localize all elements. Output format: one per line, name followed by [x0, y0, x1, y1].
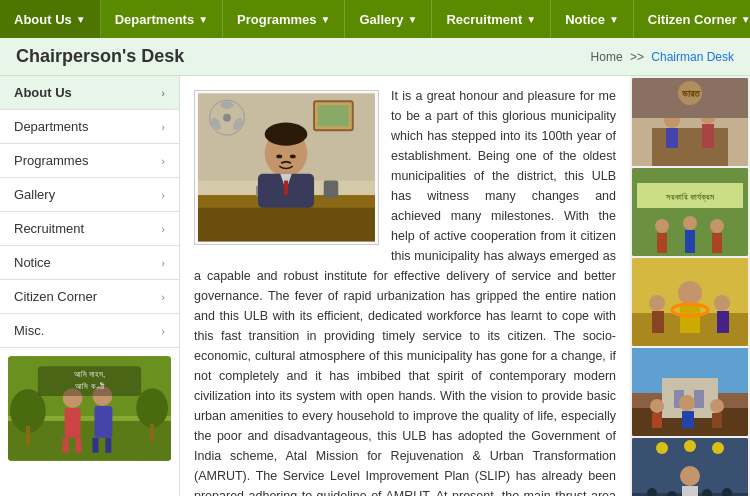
svg-point-63: [714, 295, 730, 311]
chevron-down-icon: ▼: [321, 14, 331, 25]
svg-point-26: [223, 114, 231, 122]
svg-point-23: [220, 101, 234, 109]
svg-rect-28: [198, 208, 375, 242]
svg-point-80: [656, 442, 668, 454]
sidebar: About Us › Departments › Programmes › Ga…: [0, 76, 180, 496]
page-title-bar: Chairperson's Desk Home >> Chairman Desk: [0, 38, 750, 76]
svg-rect-30: [324, 181, 339, 198]
sidebar-item-label: Misc.: [14, 323, 44, 338]
sidebar-item-citizen-corner[interactable]: Citizen Corner ›: [0, 280, 179, 314]
svg-rect-35: [284, 181, 288, 196]
svg-rect-6: [150, 424, 154, 442]
svg-rect-72: [652, 413, 662, 428]
svg-rect-64: [717, 311, 729, 333]
banner-illustration: আমি সাহস, আমি কণ্ঠী: [8, 356, 171, 461]
svg-rect-59: [680, 305, 700, 333]
svg-rect-70: [694, 390, 704, 408]
nav-label: Citizen Corner: [648, 12, 737, 27]
nav-item-recruitment[interactable]: Recruitment ▼: [432, 0, 551, 38]
sidebar-item-label: About Us: [14, 85, 72, 100]
nav-item-citizen-corner[interactable]: Citizen Corner ▼: [634, 0, 750, 38]
sidebar-item-label: Programmes: [14, 153, 88, 168]
svg-text:আমি কণ্ঠী: আমি কণ্ঠী: [75, 382, 104, 391]
svg-rect-51: [657, 233, 667, 253]
photo-thumb-4: [632, 348, 748, 436]
svg-rect-39: [652, 128, 728, 166]
chevron-down-icon: ▼: [76, 14, 86, 25]
chevron-right-icon: ›: [161, 223, 165, 235]
svg-point-71: [650, 399, 664, 413]
svg-point-81: [684, 440, 696, 452]
svg-point-58: [678, 281, 702, 305]
chairman-image: [194, 90, 379, 245]
sidebar-item-label: Notice: [14, 255, 51, 270]
sidebar-item-notice[interactable]: Notice ›: [0, 246, 179, 280]
nav-label: About Us: [14, 12, 72, 27]
chairman-photo: [198, 91, 375, 244]
svg-rect-62: [652, 311, 664, 333]
photo-thumb-5: [632, 438, 748, 496]
sidebar-item-programmes[interactable]: Programmes ›: [0, 144, 179, 178]
sidebar-banner: আমি সাহস, আমি কণ্ঠী: [8, 356, 171, 461]
chevron-right-icon: ›: [161, 257, 165, 269]
svg-point-61: [649, 295, 665, 311]
svg-rect-74: [682, 411, 694, 428]
svg-point-37: [290, 154, 296, 158]
svg-point-5: [136, 388, 168, 428]
content-area: It is a great honour and pleasure for me…: [180, 76, 750, 496]
chevron-right-icon: ›: [161, 291, 165, 303]
main-content: It is a great honour and pleasure for me…: [180, 76, 630, 496]
sidebar-item-label: Recruitment: [14, 221, 84, 236]
chevron-down-icon: ▼: [526, 14, 536, 25]
breadcrumb-separator: >>: [630, 50, 644, 64]
svg-rect-53: [685, 230, 695, 253]
sidebar-item-label: Gallery: [14, 187, 55, 202]
chevron-down-icon: ▼: [609, 14, 619, 25]
nav-item-gallery[interactable]: Gallery ▼: [345, 0, 432, 38]
nav-label: Recruitment: [446, 12, 522, 27]
breadcrumb-home[interactable]: Home: [591, 50, 623, 64]
svg-point-83: [680, 466, 700, 486]
svg-point-82: [712, 442, 724, 454]
svg-point-75: [710, 399, 724, 413]
svg-text:আমি সাহস,: আমি সাহস,: [74, 370, 105, 379]
svg-rect-10: [76, 438, 82, 453]
svg-text:ভারত: ভারত: [682, 88, 701, 99]
svg-point-54: [710, 219, 724, 233]
svg-rect-41: [666, 128, 678, 148]
sidebar-item-departments[interactable]: Departments ›: [0, 110, 179, 144]
nav-item-departments[interactable]: Departments ▼: [101, 0, 223, 38]
photo-thumb-3: [632, 258, 748, 346]
nav-item-notice[interactable]: Notice ▼: [551, 0, 634, 38]
svg-point-50: [655, 219, 669, 233]
chevron-right-icon: ›: [161, 325, 165, 337]
svg-point-36: [276, 154, 282, 158]
svg-point-32: [265, 123, 308, 146]
chevron-right-icon: ›: [161, 87, 165, 99]
svg-rect-55: [712, 233, 722, 253]
svg-text:সরকারি কার্যক্রম: সরকারি কার্যক্রম: [666, 192, 716, 202]
svg-rect-76: [712, 413, 722, 428]
svg-rect-84: [682, 486, 698, 496]
chevron-down-icon: ▼: [408, 14, 418, 25]
svg-rect-4: [26, 426, 30, 446]
sidebar-item-about-us[interactable]: About Us ›: [0, 76, 179, 110]
chevron-down-icon: ▼: [198, 14, 208, 25]
nav-label: Gallery: [359, 12, 403, 27]
nav-item-about-us[interactable]: About Us ▼: [0, 0, 101, 38]
photo-thumb-1: ভারত: [632, 78, 748, 166]
svg-rect-12: [94, 406, 112, 438]
nav-item-programmes[interactable]: Programmes ▼: [223, 0, 345, 38]
sidebar-item-recruitment[interactable]: Recruitment ›: [0, 212, 179, 246]
svg-rect-43: [702, 124, 714, 148]
chevron-right-icon: ›: [161, 189, 165, 201]
page-title: Chairperson's Desk: [16, 46, 184, 67]
photo-thumb-2: সরকারি কার্যক্রম: [632, 168, 748, 256]
svg-rect-9: [63, 438, 69, 453]
sidebar-item-gallery[interactable]: Gallery ›: [0, 178, 179, 212]
photo-strip: ভারত সরকারি কার্যক্রম: [630, 76, 750, 496]
svg-point-73: [679, 395, 695, 411]
chevron-right-icon: ›: [161, 155, 165, 167]
sidebar-item-misc[interactable]: Misc. ›: [0, 314, 179, 348]
svg-rect-21: [318, 105, 349, 126]
